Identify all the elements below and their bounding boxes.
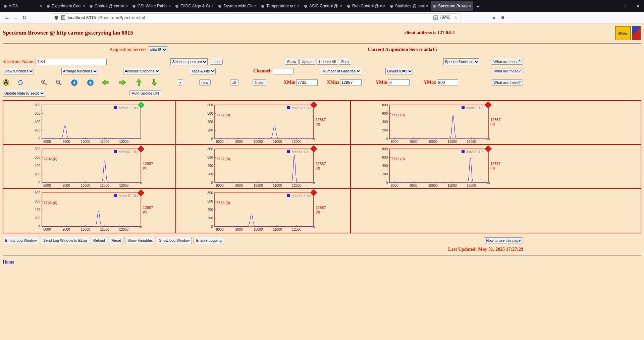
all-button[interactable]: all — [230, 79, 238, 86]
resize-grip-icon[interactable] — [313, 138, 315, 140]
spectrum-chart[interactable]: 020040060080080009000100001100012000aida… — [3, 189, 175, 232]
arrow-up-icon[interactable] — [136, 78, 142, 87]
acquisition-server-select[interactable]: aida15 — [149, 46, 167, 53]
arrow-down-icon[interactable] — [151, 78, 158, 87]
circle-arrow-up-icon[interactable] — [87, 79, 94, 86]
back-button[interactable]: ← — [3, 15, 11, 21]
tab-gsi-white-rabbit-t[interactable]: GSI White Rabbit T× — [130, 1, 173, 11]
spectrum-chart[interactable]: 020040060080080009000100001100012000aida… — [351, 101, 523, 145]
site-info-icon[interactable] — [61, 15, 65, 20]
tab-spectrum-browser[interactable]: Spectrum Browser× — [431, 1, 473, 11]
linear-button[interactable]: linear — [253, 79, 266, 86]
channel-input[interactable] — [273, 68, 293, 74]
resize-grip-icon[interactable] — [140, 226, 142, 228]
home-link[interactable]: Home — [3, 260, 14, 265]
update-button[interactable]: Update — [299, 59, 316, 65]
spectrum-chart[interactable]: 020040060080080009000100001100012000aida… — [176, 145, 348, 188]
show-log-window-button[interactable]: Show Log Window — [157, 237, 192, 244]
what-are-these-button-1[interactable]: What are these? — [491, 59, 523, 65]
how-to-use-button[interactable]: How to use this page — [484, 237, 523, 243]
zoom-in-icon[interactable] — [41, 79, 47, 86]
ymin-input[interactable] — [388, 79, 410, 86]
layout-id-dropdown[interactable]: Layout ID=3 — [385, 68, 413, 74]
show-variables-button[interactable]: Show Variables — [125, 237, 155, 244]
spectra-functions-dropdown[interactable]: Spectra functions — [443, 58, 479, 65]
resize-grip-icon[interactable] — [140, 182, 142, 184]
shield-icon[interactable] — [54, 15, 59, 20]
close-window-button[interactable]: × — [632, 0, 644, 12]
tab-system-wide-check[interactable]: System wide Check× — [216, 1, 259, 11]
tab-close-icon[interactable]: × — [340, 4, 342, 8]
tab-close-icon[interactable]: × — [297, 4, 300, 8]
url-bar[interactable]: localhost:8015/Spectrum/Spectrum.tml 80%… — [51, 13, 461, 22]
arrange-functions-dropdown[interactable]: Arrange functions — [61, 68, 98, 74]
tab-fadc-align-cont[interactable]: FADC Align & Cont× — [173, 1, 216, 11]
spectrum-chart[interactable]: 020040060080080009000100001100012000aida… — [176, 101, 348, 145]
xmin-input[interactable] — [296, 79, 318, 86]
update-all-button[interactable]: Update All — [317, 59, 338, 65]
number-of-galleries-dropdown[interactable]: Number of Galleries — [321, 68, 361, 74]
arrow-left-icon[interactable] — [101, 79, 110, 86]
tab-statistics-carme[interactable]: Statistics @ carme× — [388, 1, 430, 11]
what-are-these-button-2[interactable]: What are these? — [491, 68, 523, 74]
send-log-to-elog-button[interactable]: Send Log Window to ELog — [41, 237, 89, 244]
reload-page-button[interactable]: Reload — [91, 237, 107, 244]
minimize-button[interactable]: – — [608, 0, 620, 12]
reload-button[interactable]: ↻ — [20, 14, 29, 21]
reader-view-icon[interactable] — [433, 15, 438, 20]
tab-control-carme-g[interactable]: Control @ carme-g× — [88, 1, 130, 11]
show-button[interactable]: Show — [285, 59, 299, 65]
reset-button[interactable]: Reset — [109, 237, 123, 244]
circle-arrow-down-icon[interactable] — [71, 79, 78, 86]
new-button[interactable]: new — [199, 79, 211, 86]
spectrum-chart[interactable]: 020040060080080009000100001100012000aida… — [3, 145, 175, 188]
zoom-level-button[interactable]: 80% — [440, 15, 451, 20]
auto-update-button[interactable]: Auto Update ON — [129, 90, 161, 96]
what-are-these-button-3[interactable]: What are these? — [491, 79, 523, 86]
zoom-out-icon[interactable] — [55, 79, 62, 86]
ymax-input[interactable] — [437, 79, 458, 86]
maximize-button[interactable]: □ — [620, 0, 632, 12]
tab-asic-control-ca[interactable]: ASIC Control @ ca× — [302, 1, 344, 11]
overflow-menu-button[interactable]: » — [490, 15, 498, 21]
bookmark-star-icon[interactable]: ☆ — [453, 15, 458, 20]
tab-run-control-car[interactable]: Run Control @ car× — [345, 1, 387, 11]
tab-close-icon[interactable]: × — [40, 4, 42, 8]
tab-close-icon[interactable]: × — [168, 4, 171, 8]
forward-button[interactable]: → — [11, 15, 20, 21]
tab-close-icon[interactable]: × — [426, 4, 428, 8]
spectrum-chart[interactable]: 020040060080080009000100001100012000aida… — [3, 101, 175, 145]
refresh-icon[interactable] — [17, 79, 24, 86]
tags-fits-dropdown[interactable]: Tags & Fits — [190, 68, 216, 74]
resize-grip-icon[interactable] — [313, 182, 315, 184]
select-spectrum-dropdown[interactable]: Select a spectrum — [170, 58, 208, 65]
resize-grip-icon[interactable] — [313, 226, 315, 228]
tab-close-icon[interactable]: × — [383, 4, 385, 8]
resize-grip-icon[interactable] — [487, 182, 490, 184]
tab-close-icon[interactable]: × — [83, 4, 85, 8]
resize-grip-icon[interactable] — [487, 138, 490, 140]
tab-close-icon[interactable]: × — [211, 4, 214, 8]
tab-aida[interactable]: AIDA× — [2, 1, 44, 11]
tab-temperature-and-s[interactable]: Temperature and s× — [259, 1, 302, 11]
zero-button[interactable]: Zero — [339, 59, 351, 65]
empty-log-window-button[interactable]: Empty Log Window — [3, 237, 39, 244]
analysis-functions-dropdown[interactable]: Analysis functions — [123, 68, 160, 74]
update-rate-dropdown[interactable]: Update Rate (8 secs) — [3, 90, 45, 97]
tab-experiment-contro[interactable]: Experiment Contro× — [45, 1, 87, 11]
new-tab-button[interactable]: + — [474, 4, 482, 10]
spectrum-name-input[interactable] — [36, 59, 107, 65]
tab-close-icon[interactable]: × — [254, 4, 257, 8]
tab-close-icon[interactable]: × — [469, 4, 471, 8]
view-functions-dropdown[interactable]: View functions — [3, 68, 34, 74]
xmax-input[interactable] — [340, 79, 362, 86]
arrow-right-icon[interactable] — [118, 79, 127, 86]
spectrum-chart[interactable]: 020040060080080009000100001100012000aida… — [351, 145, 523, 188]
x-button[interactable]: x — [178, 79, 183, 86]
radiation-icon[interactable] — [3, 79, 9, 86]
multi-button[interactable]: multi — [210, 59, 222, 65]
spectrum-chart[interactable]: 020040060080080009000100001100012000aida… — [176, 189, 348, 232]
tab-close-icon[interactable]: × — [125, 4, 128, 8]
app-menu-button[interactable]: ≡ — [498, 15, 507, 21]
enable-logging-button[interactable]: Enable Logging — [194, 237, 224, 244]
